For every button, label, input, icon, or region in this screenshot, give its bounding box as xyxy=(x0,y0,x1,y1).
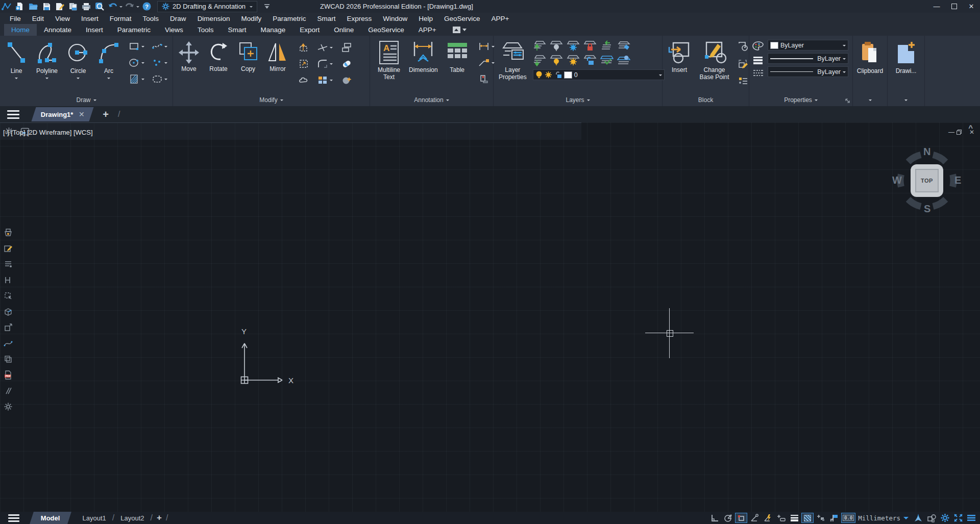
linetype-combo[interactable]: ByLayer xyxy=(768,66,848,77)
preview-button[interactable] xyxy=(93,1,106,12)
viewport-controls-label[interactable]: [-] [Top] [2D Wireframe] [WCS] xyxy=(3,129,93,136)
menu-draw[interactable]: Draw xyxy=(164,13,192,24)
dimension-button[interactable]: Dimension xyxy=(409,40,438,73)
circle-button[interactable]: Circle xyxy=(66,40,90,81)
smart-parallel-icon[interactable] xyxy=(3,385,14,396)
menu-view[interactable]: View xyxy=(50,13,76,24)
color-palette-icon[interactable] xyxy=(752,41,764,51)
selection-cycling-toggle[interactable] xyxy=(801,513,814,523)
navigation-compass[interactable]: N W E S TOP xyxy=(891,145,963,216)
panel-footer-modify[interactable]: Modify xyxy=(173,95,370,105)
line-button[interactable]: Line xyxy=(5,40,28,81)
compass-east[interactable]: E xyxy=(954,174,961,186)
app-logo-icon[interactable] xyxy=(0,1,13,12)
viewport-minimize-button[interactable]: — xyxy=(946,129,957,136)
new-layout-button[interactable]: + xyxy=(157,513,162,523)
minimize-button[interactable]: — xyxy=(928,0,945,13)
qat-customize-button[interactable] xyxy=(260,1,274,12)
match-properties-icon[interactable] xyxy=(3,275,14,286)
compass-south[interactable]: S xyxy=(924,203,930,215)
erase-button[interactable] xyxy=(341,57,352,70)
layer-on-icon[interactable] xyxy=(550,54,563,66)
color-combo[interactable]: ByLayer xyxy=(768,40,848,51)
print-button[interactable] xyxy=(80,1,93,12)
drawing-canvas[interactable]: [-] [Top] [2D Wireframe] [WCS] — ✕ N W E… xyxy=(0,122,980,512)
maximize-button[interactable] xyxy=(945,0,963,13)
menu-file[interactable]: File xyxy=(4,13,27,24)
lineweight-toggle[interactable] xyxy=(775,513,787,523)
panel-footer-properties[interactable]: Properties xyxy=(749,95,852,105)
object-snap-toggle[interactable] xyxy=(735,513,747,523)
ribbon-tab-smart[interactable]: Smart xyxy=(220,24,253,36)
panel-footer-annotation[interactable]: Annotation xyxy=(370,95,493,105)
close-button[interactable]: ✕ xyxy=(963,0,980,13)
smart-list-icon[interactable] xyxy=(3,259,14,270)
units-dropdown-icon[interactable] xyxy=(903,517,909,522)
smart-copy-icon[interactable] xyxy=(3,354,14,365)
panel-footer-layers[interactable]: Layers xyxy=(494,95,662,105)
viewport-restore-button[interactable] xyxy=(957,130,967,135)
smart-select-icon[interactable] xyxy=(3,290,14,302)
trim-button[interactable] xyxy=(317,41,333,54)
menu-window[interactable]: Window xyxy=(377,13,413,24)
menu-geoservice[interactable]: GeoService xyxy=(438,13,486,24)
ellipse-button[interactable] xyxy=(129,56,144,69)
ribbon-tab-home[interactable]: Home xyxy=(4,24,37,36)
lineweight-combo[interactable]: ByLayer xyxy=(768,53,848,64)
rectangle-button[interactable] xyxy=(129,40,144,53)
layer-lock-icon[interactable] xyxy=(583,40,597,52)
workspace-switcher[interactable]: 2D Drafting & Annotation xyxy=(157,1,257,12)
spline-button[interactable] xyxy=(152,40,167,53)
ribbon-tab-export[interactable]: Export xyxy=(292,24,327,36)
settings-button[interactable] xyxy=(939,513,951,523)
layer-previous-icon[interactable] xyxy=(600,40,614,52)
ribbon-tab-parametric[interactable]: Parametric xyxy=(110,24,158,36)
layer-walk-down-icon[interactable] xyxy=(533,54,546,66)
hatch-button[interactable] xyxy=(129,72,144,86)
document-tab-close-icon[interactable]: ✕ xyxy=(79,110,85,118)
layer-match-icon[interactable] xyxy=(617,40,630,52)
plot-preview-button[interactable] xyxy=(66,1,80,12)
model-tab[interactable]: Model xyxy=(30,512,71,524)
layer-freeze-icon[interactable] xyxy=(567,40,580,52)
open-file-button[interactable] xyxy=(27,1,40,12)
fullscreen-button[interactable] xyxy=(952,513,964,523)
ribbon-display-options-button[interactable] xyxy=(462,29,467,33)
create-block-button[interactable] xyxy=(738,40,749,53)
compass-north[interactable]: N xyxy=(923,146,930,158)
workspace-switch-button[interactable] xyxy=(925,513,938,523)
save-as-button[interactable] xyxy=(53,1,66,12)
help-button[interactable]: ? xyxy=(140,1,153,12)
smart-view-icon[interactable] xyxy=(3,306,14,317)
compass-west[interactable]: W xyxy=(892,174,902,186)
linetype-icon[interactable] xyxy=(752,69,764,77)
menu-edit[interactable]: Edit xyxy=(27,13,50,24)
menu-insert[interactable]: Insert xyxy=(76,13,104,24)
revision-cloud-button[interactable] xyxy=(152,72,167,86)
layer-thaw-icon[interactable] xyxy=(567,54,580,66)
menu-express[interactable]: Express xyxy=(341,13,377,24)
ribbon-tab-tools[interactable]: Tools xyxy=(190,24,221,36)
ribbon-tab-annotate[interactable]: Annotate xyxy=(37,24,79,36)
layer-isolate-icon[interactable] xyxy=(617,54,630,66)
menu-parametric[interactable]: Parametric xyxy=(267,13,311,24)
panel-footer-block[interactable]: Block xyxy=(663,95,749,105)
status-customize-menu-button[interactable] xyxy=(965,513,977,523)
dynamic-ucs-toggle[interactable] xyxy=(762,513,774,523)
undo-button[interactable] xyxy=(106,1,119,12)
panel-footer-drawing-utilities[interactable] xyxy=(888,95,924,105)
menu-format[interactable]: Format xyxy=(104,13,137,24)
explode-button[interactable] xyxy=(341,73,352,87)
fillet-button[interactable] xyxy=(317,57,333,70)
copy-button[interactable]: Copy xyxy=(237,41,259,72)
ribbon-tab-app-plus[interactable]: APP+ xyxy=(411,24,444,36)
scale-button[interactable] xyxy=(299,57,309,70)
menu-dimension[interactable]: Dimension xyxy=(192,13,236,24)
doc-tabs-menu-button[interactable] xyxy=(7,110,19,119)
mirror-button[interactable]: Mirror xyxy=(267,41,288,72)
compass-top-face[interactable]: TOP xyxy=(911,164,943,197)
dynamic-input-toggle[interactable]: 0.0 xyxy=(841,513,855,523)
status-menu-button[interactable] xyxy=(8,514,19,522)
rotate-button[interactable]: Rotate xyxy=(208,41,229,72)
layout2-tab[interactable]: Layout2 xyxy=(114,514,150,522)
